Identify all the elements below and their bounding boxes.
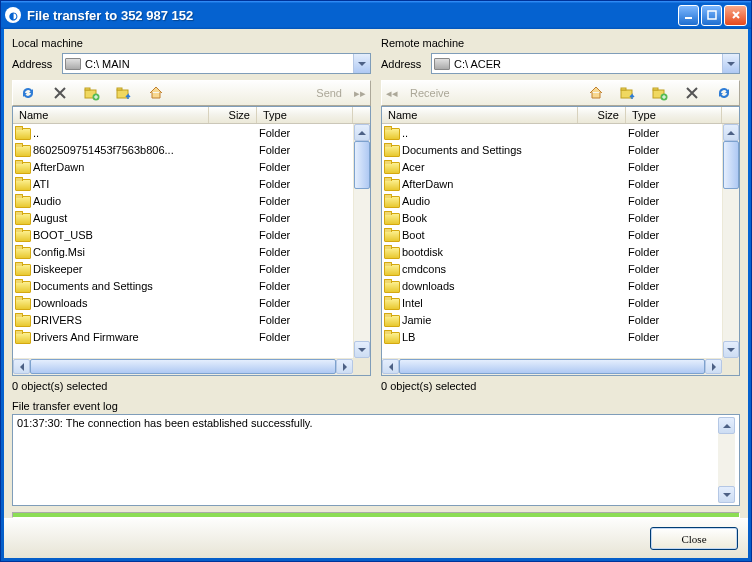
column-size[interactable]: Size bbox=[209, 107, 257, 123]
svg-rect-3 bbox=[85, 88, 90, 90]
column-name[interactable]: Name bbox=[382, 107, 578, 123]
scroll-thumb[interactable] bbox=[399, 359, 705, 374]
list-item[interactable]: BootFolder bbox=[382, 226, 722, 243]
list-item[interactable]: downloadsFolder bbox=[382, 277, 722, 294]
list-item[interactable]: bootdiskFolder bbox=[382, 243, 722, 260]
item-name: Jamie bbox=[402, 314, 580, 326]
local-pane: Local machine Address C:\ MAIN bbox=[12, 37, 371, 398]
list-item[interactable]: BOOT_USBFolder bbox=[13, 226, 353, 243]
column-type[interactable]: Type bbox=[257, 107, 353, 123]
list-item[interactable]: cmdconsFolder bbox=[382, 260, 722, 277]
folder-icon bbox=[15, 177, 31, 190]
local-vertical-scrollbar[interactable] bbox=[353, 124, 370, 358]
list-item[interactable]: LBFolder bbox=[382, 328, 722, 345]
remote-status: 0 object(s) selected bbox=[381, 376, 740, 398]
dropdown-arrow-icon[interactable] bbox=[353, 54, 370, 73]
folder-icon bbox=[15, 313, 31, 326]
remote-vertical-scrollbar[interactable] bbox=[722, 124, 739, 358]
list-item[interactable]: DiskeeperFolder bbox=[13, 260, 353, 277]
scroll-thumb[interactable] bbox=[30, 359, 336, 374]
delete-button[interactable] bbox=[49, 82, 71, 104]
refresh-button[interactable] bbox=[713, 82, 735, 104]
item-type: Folder bbox=[259, 246, 353, 258]
column-size[interactable]: Size bbox=[578, 107, 626, 123]
send-arrow-icon[interactable]: ▸▸ bbox=[354, 87, 366, 100]
folder-icon bbox=[384, 262, 400, 275]
folder-icon bbox=[15, 228, 31, 241]
local-horizontal-scrollbar[interactable] bbox=[13, 358, 370, 375]
dropdown-arrow-icon[interactable] bbox=[722, 54, 739, 73]
delete-button[interactable] bbox=[681, 82, 703, 104]
folder-icon bbox=[15, 245, 31, 258]
list-item[interactable]: AugustFolder bbox=[13, 209, 353, 226]
list-item[interactable]: IntelFolder bbox=[382, 294, 722, 311]
scroll-left-button[interactable] bbox=[13, 359, 30, 374]
list-item[interactable]: Config.MsiFolder bbox=[13, 243, 353, 260]
item-name: Downloads bbox=[33, 297, 211, 309]
item-type: Folder bbox=[628, 246, 722, 258]
column-type[interactable]: Type bbox=[626, 107, 722, 123]
list-item[interactable]: Documents and SettingsFolder bbox=[13, 277, 353, 294]
column-name[interactable]: Name bbox=[13, 107, 209, 123]
scroll-down-button[interactable] bbox=[723, 341, 739, 358]
list-item[interactable]: Documents and SettingsFolder bbox=[382, 141, 722, 158]
item-name: August bbox=[33, 212, 211, 224]
scroll-thumb[interactable] bbox=[723, 141, 739, 189]
scroll-right-button[interactable] bbox=[705, 359, 722, 374]
remote-address-dropdown[interactable]: C:\ ACER bbox=[431, 53, 740, 74]
svg-rect-6 bbox=[117, 88, 122, 90]
local-address-dropdown[interactable]: C:\ MAIN bbox=[62, 53, 371, 74]
new-folder-button[interactable] bbox=[649, 82, 671, 104]
new-folder-button[interactable] bbox=[81, 82, 103, 104]
list-item[interactable]: ATIFolder bbox=[13, 175, 353, 192]
item-type: Folder bbox=[259, 229, 353, 241]
list-item[interactable]: AcerFolder bbox=[382, 158, 722, 175]
list-item[interactable]: AfterDawnFolder bbox=[13, 158, 353, 175]
list-item[interactable]: ..Folder bbox=[382, 124, 722, 141]
scroll-thumb[interactable] bbox=[354, 141, 370, 189]
event-log[interactable]: 01:37:30: The connection has been establ… bbox=[12, 414, 740, 506]
list-item[interactable]: BookFolder bbox=[382, 209, 722, 226]
list-item[interactable]: DRIVERSFolder bbox=[13, 311, 353, 328]
receive-arrow-icon[interactable]: ◂◂ bbox=[386, 87, 398, 100]
folder-icon bbox=[384, 228, 400, 241]
item-type: Folder bbox=[259, 212, 353, 224]
folder-icon bbox=[384, 296, 400, 309]
local-file-list[interactable]: Name Size Type ..Folder8602509751453f756… bbox=[12, 106, 371, 376]
item-name: cmdcons bbox=[402, 263, 580, 275]
receive-button[interactable]: Receive bbox=[410, 87, 450, 99]
maximize-button[interactable] bbox=[701, 5, 722, 26]
item-type: Folder bbox=[628, 314, 722, 326]
home-button[interactable] bbox=[585, 82, 607, 104]
item-name: Book bbox=[402, 212, 580, 224]
send-button[interactable]: Send bbox=[316, 87, 342, 99]
parent-folder-button[interactable] bbox=[617, 82, 639, 104]
titlebar[interactable]: ◐ File transfer to 352 987 152 bbox=[1, 1, 751, 29]
refresh-button[interactable] bbox=[17, 82, 39, 104]
log-scrollbar[interactable] bbox=[718, 417, 735, 503]
minimize-button[interactable] bbox=[678, 5, 699, 26]
list-item[interactable]: JamieFolder bbox=[382, 311, 722, 328]
parent-folder-button[interactable] bbox=[113, 82, 135, 104]
remote-file-list[interactable]: Name Size Type ..FolderDocuments and Set… bbox=[381, 106, 740, 376]
scroll-left-button[interactable] bbox=[382, 359, 399, 374]
scroll-down-button[interactable] bbox=[354, 341, 370, 358]
svg-rect-8 bbox=[621, 88, 626, 90]
close-button[interactable]: Close bbox=[650, 527, 738, 550]
list-item[interactable]: AudioFolder bbox=[13, 192, 353, 209]
list-item[interactable]: AfterDawnFolder bbox=[382, 175, 722, 192]
item-type: Folder bbox=[628, 280, 722, 292]
list-item[interactable]: ..Folder bbox=[13, 124, 353, 141]
list-item[interactable]: AudioFolder bbox=[382, 192, 722, 209]
item-type: Folder bbox=[259, 195, 353, 207]
home-button[interactable] bbox=[145, 82, 167, 104]
remote-horizontal-scrollbar[interactable] bbox=[382, 358, 739, 375]
list-item[interactable]: DownloadsFolder bbox=[13, 294, 353, 311]
scroll-right-button[interactable] bbox=[336, 359, 353, 374]
scroll-up-button[interactable] bbox=[354, 124, 370, 141]
item-type: Folder bbox=[628, 297, 722, 309]
scroll-up-button[interactable] bbox=[723, 124, 739, 141]
close-window-button[interactable] bbox=[724, 5, 747, 26]
list-item[interactable]: 8602509751453f7563b806...Folder bbox=[13, 141, 353, 158]
list-item[interactable]: Drivers And FirmwareFolder bbox=[13, 328, 353, 345]
